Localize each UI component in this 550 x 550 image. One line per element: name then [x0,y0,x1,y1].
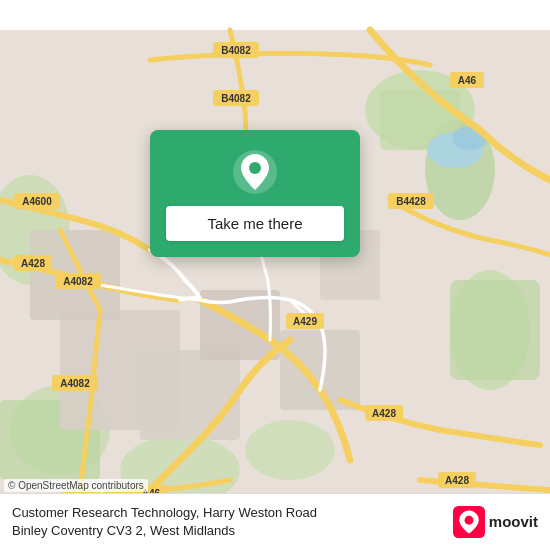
svg-text:B4082: B4082 [221,93,251,104]
svg-text:A428: A428 [21,258,45,269]
svg-point-48 [464,516,473,525]
location-card: Take me there [150,130,360,257]
svg-point-46 [249,162,261,174]
address-text: Customer Research Technology, Harry West… [12,504,441,540]
moovit-label: moovit [489,513,538,530]
svg-text:B4082: B4082 [221,45,251,56]
svg-point-10 [245,420,335,480]
osm-attribution: © OpenStreetMap contributors [4,479,148,492]
map-container[interactable]: B4082 B4082 A46 A46 A4600 A428 B4428 A40… [0,0,550,550]
svg-text:A429: A429 [293,316,317,327]
bottom-bar: Customer Research Technology, Harry West… [0,493,550,550]
svg-rect-13 [140,350,240,440]
svg-text:A4082: A4082 [60,378,90,389]
map-svg: B4082 B4082 A46 A46 A4600 A428 B4428 A40… [0,0,550,550]
take-me-there-button[interactable]: Take me there [166,206,344,241]
svg-text:A428: A428 [372,408,396,419]
location-pin-icon [231,148,279,196]
svg-rect-5 [450,280,540,380]
svg-text:A428: A428 [445,475,469,486]
svg-text:A4600: A4600 [22,196,52,207]
moovit-brand-icon [453,506,485,538]
svg-text:A4082: A4082 [63,276,93,287]
moovit-logo: moovit [453,506,538,538]
svg-text:B4428: B4428 [396,196,426,207]
svg-text:A46: A46 [458,75,477,86]
